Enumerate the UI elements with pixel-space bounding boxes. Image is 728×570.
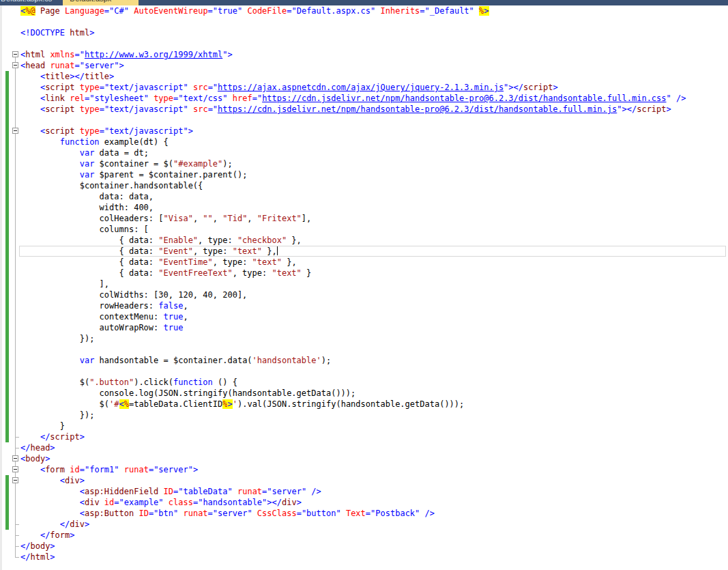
code-line[interactable]: <div> [0, 475, 728, 486]
code-line[interactable]: <%@ Page Language="C#" AutoEventWireup="… [0, 5, 728, 16]
change-tracking-bar [5, 355, 9, 366]
code-line[interactable]: data: data, [0, 191, 728, 202]
code-line[interactable]: </script> [0, 431, 728, 442]
code-line[interactable]: width: 400, [0, 202, 728, 213]
code-line[interactable]: <form id="form1" runat="server"> [0, 464, 728, 475]
pin-icon[interactable]: ▪ [120, 0, 122, 5]
change-tracking-bar [5, 213, 9, 224]
modified-indicator: * [112, 0, 115, 5]
code-line[interactable]: <script type="text/javascript" src="http… [0, 82, 728, 93]
change-tracking-bar [5, 366, 9, 377]
code-line[interactable]: $(".button").click(function () { [0, 377, 728, 388]
fold-collapse-icon[interactable] [12, 455, 18, 461]
fold-collapse-icon[interactable] [12, 477, 18, 483]
code-line[interactable]: <html xmlns="http://www.w3.org/1999/xhtm… [0, 49, 728, 60]
code-line[interactable]: { data: "Event", type: "text" }, [0, 246, 728, 257]
code-line[interactable]: { data: "EventTime", type: "text" }, [0, 257, 728, 268]
tab-label: Default.aspx.cs [1, 0, 52, 5]
code-line[interactable]: <head runat="server"> [0, 60, 728, 71]
fold-end-tick [15, 437, 19, 438]
code-line[interactable]: { data: "Enable", type: "checkbox" }, [0, 235, 728, 246]
fold-collapse-icon[interactable] [12, 128, 18, 134]
change-tracking-bar [5, 180, 9, 191]
code-line[interactable]: $('#<%=tableData.ClientID%>').val(JSON.s… [0, 399, 728, 410]
code-line[interactable]: </div> [0, 519, 728, 530]
code-line[interactable]: { data: "EventFreeText", type: "text" } [0, 268, 728, 279]
fold-end-tick [15, 448, 19, 448]
code-line[interactable] [0, 16, 728, 27]
code-line[interactable]: <div id="example" class="handsontable"><… [0, 497, 728, 508]
code-line[interactable]: <title></title> [0, 71, 728, 82]
code-line[interactable]: <asp:HiddenField ID="tableData" runat="s… [0, 486, 728, 497]
change-tracking-bar [5, 82, 9, 93]
minus-glyph [14, 480, 17, 481]
close-icon[interactable]: ✕ [127, 0, 132, 5]
code-line[interactable]: ], [0, 279, 728, 289]
code-line[interactable]: function example(dt) { [0, 137, 728, 147]
change-tracking-bar [5, 322, 9, 333]
change-tracking-bar [5, 486, 9, 497]
change-tracking-bar [5, 137, 9, 147]
change-tracking-bar [5, 115, 9, 126]
fold-collapse-icon[interactable] [12, 466, 18, 472]
vs-editor-window: Default.aspx.csDefault.aspx*▪✕ <%@ Page … [0, 0, 728, 570]
code-line[interactable]: contextMenu: true, [0, 311, 728, 322]
code-line[interactable]: $container.handsontable({ [0, 180, 728, 191]
code-line[interactable]: <!DOCTYPE html> [0, 27, 728, 38]
change-tracking-bar [5, 191, 9, 202]
change-tracking-bar [5, 257, 9, 268]
change-tracking-bar [5, 279, 9, 289]
code-line[interactable] [0, 38, 728, 49]
change-tracking-bar [5, 344, 9, 355]
change-tracking-bar [5, 289, 9, 300]
code-line[interactable]: </body> [0, 541, 728, 552]
code-line[interactable]: colHeaders: ["Visa", "", "Tid", "Fritext… [0, 213, 728, 224]
code-line[interactable]: }); [0, 333, 728, 344]
change-tracking-bar [5, 169, 9, 180]
tab-default-aspx-cs[interactable]: Default.aspx.cs [0, 0, 59, 5]
change-tracking-bar [5, 158, 9, 169]
code-line[interactable] [0, 366, 728, 377]
change-tracking-bar [5, 147, 9, 158]
code-line[interactable]: console.log(JSON.stringify(handsontable.… [0, 388, 728, 399]
code-line[interactable]: <link rel="stylesheet" type="text/css" h… [0, 93, 728, 104]
code-line[interactable]: }); [0, 410, 728, 421]
code-line[interactable]: var $container = $("#example"); [0, 158, 728, 169]
code-line[interactable]: <asp:Button ID="btn" runat="server" CssC… [0, 508, 728, 519]
code-line[interactable]: } [0, 421, 728, 431]
code-line[interactable]: rowHeaders: false, [0, 300, 728, 311]
code-editor[interactable]: <%@ Page Language="C#" AutoEventWireup="… [0, 5, 728, 570]
change-tracking-bar [5, 71, 9, 82]
fold-collapse-icon[interactable] [12, 62, 18, 68]
change-tracking-bar [5, 431, 9, 442]
code-line[interactable]: </form> [0, 530, 728, 541]
minus-glyph [14, 469, 17, 470]
change-tracking-bar [5, 421, 9, 431]
code-line[interactable]: var data = dt; [0, 147, 728, 158]
code-line[interactable]: <script type="text/javascript" src="http… [0, 104, 728, 115]
change-tracking-bar [5, 497, 9, 508]
tab-default-aspx[interactable]: Default.aspx*▪✕ [63, 0, 139, 5]
change-tracking-bar [5, 246, 9, 257]
minus-glyph [14, 65, 17, 66]
code-line[interactable]: var handsontable = $container.data('hand… [0, 355, 728, 366]
code-line[interactable]: </html> [0, 552, 728, 562]
code-line[interactable]: <body> [0, 453, 728, 464]
fold-collapse-icon[interactable] [12, 51, 18, 57]
code-line[interactable]: <script type="text/javascript"> [0, 126, 728, 137]
change-tracking-bar [5, 202, 9, 213]
code-line[interactable] [0, 344, 728, 355]
code-line[interactable] [0, 115, 728, 126]
code-line[interactable]: autoWrapRow: true [0, 322, 728, 333]
change-tracking-bar [5, 508, 9, 519]
code-line[interactable]: </head> [0, 442, 728, 453]
text-caret [277, 246, 278, 255]
change-tracking-bar [5, 104, 9, 115]
code-line[interactable]: columns: [ [0, 224, 728, 235]
minus-glyph [14, 458, 17, 459]
code-line[interactable]: var $parent = $container.parent(); [0, 169, 728, 180]
code-line[interactable]: colWidths: [30, 120, 40, 200], [0, 289, 728, 300]
change-tracking-bar [5, 388, 9, 399]
change-tracking-bar [5, 399, 9, 410]
change-tracking-bar [5, 268, 9, 279]
